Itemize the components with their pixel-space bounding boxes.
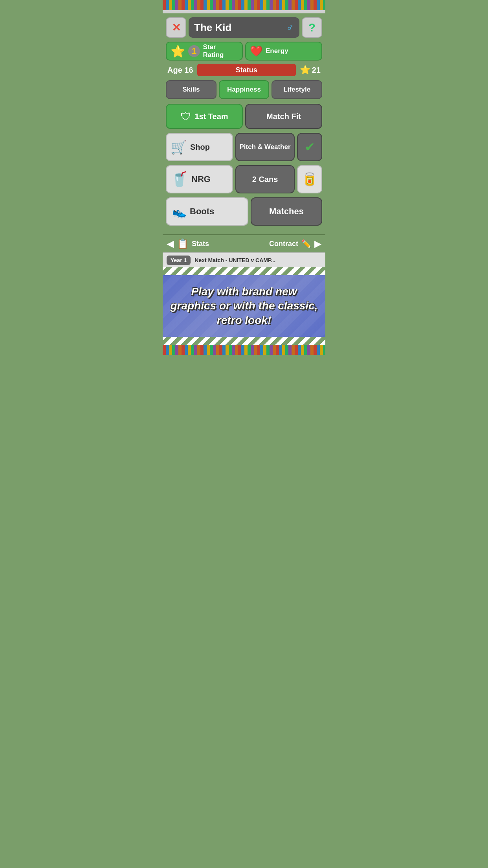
- promo-text: Play with brand new graphics or with the…: [169, 285, 319, 327]
- boots-icon: 👟: [172, 205, 187, 219]
- first-team-label: 1st Team: [194, 112, 228, 121]
- nav-left: ◀ 📋 Stats: [167, 238, 209, 249]
- star-icon: ⭐: [171, 44, 185, 58]
- age-label: Age 16: [167, 66, 193, 75]
- stripe-bottom: [163, 337, 325, 345]
- pitch-weather-label: Pitch & Weather: [239, 143, 290, 151]
- star-rating-badge: ⭐ 1 Star Rating: [166, 42, 243, 61]
- contract-label: Contract: [269, 240, 298, 248]
- crowd-bottom-banner: [163, 345, 325, 355]
- boots-label: Boots: [190, 206, 214, 217]
- tab-lifestyle-label: Lifestyle: [283, 86, 310, 94]
- coins-display: ⭐ 21: [300, 65, 321, 75]
- pitch-weather-button[interactable]: Pitch & Weather: [235, 133, 295, 161]
- cans-button[interactable]: 2 Cans: [235, 165, 295, 193]
- energy-badge: ❤️ Energy: [245, 42, 322, 61]
- energy-label: Energy: [266, 47, 288, 55]
- year-ticker: Year 1 Next Match - UNITED v CAMP...: [163, 252, 325, 267]
- coin-star-icon: ⭐: [300, 65, 310, 75]
- shield-icon: 🛡: [180, 110, 191, 123]
- close-button[interactable]: ✕: [166, 17, 186, 38]
- status-bar: Status: [197, 64, 296, 76]
- star-number: 1: [188, 45, 200, 57]
- crowd-top-banner: [163, 0, 325, 10]
- check-button[interactable]: ✔: [297, 133, 322, 161]
- tabs-row: Skills Happiness Lifestyle: [166, 80, 322, 99]
- tab-lifestyle[interactable]: Lifestyle: [272, 80, 322, 99]
- nrg-button[interactable]: 🥤 NRG: [166, 165, 233, 193]
- first-team-button[interactable]: 🛡 1st Team: [166, 104, 243, 129]
- match-fit-label: Match Fit: [266, 112, 301, 121]
- stats-label: Stats: [192, 240, 209, 248]
- tab-skills[interactable]: Skills: [166, 80, 216, 99]
- tab-happiness[interactable]: Happiness: [219, 80, 270, 99]
- shop-row: 🛒 Shop Pitch & Weather ✔: [166, 133, 322, 161]
- nrg-row: 🥤 NRG 2 Cans 🥫: [166, 165, 322, 193]
- close-icon: ✕: [172, 21, 181, 34]
- bottom-nav: ◀ 📋 Stats Contract ✏️ ▶: [163, 234, 325, 252]
- player-name: The Kid: [194, 22, 231, 34]
- team-row: 🛡 1st Team Match Fit: [166, 104, 322, 129]
- matches-button[interactable]: Matches: [251, 197, 322, 226]
- nrg-label: NRG: [191, 174, 211, 184]
- nav-right: Contract ✏️ ▶: [269, 238, 321, 249]
- boots-row: 👟 Boots Matches: [166, 197, 322, 226]
- header-row: ✕ The Kid ♂ ?: [166, 17, 322, 38]
- shop-label: Shop: [190, 143, 210, 152]
- ticker-text: Next Match - UNITED v CAMP...: [194, 257, 275, 263]
- can-icon: 🥫: [302, 172, 317, 187]
- cart-icon: 🛒: [171, 139, 187, 155]
- matches-label: Matches: [269, 206, 304, 217]
- nav-right-arrow[interactable]: ▶: [314, 238, 321, 249]
- cans-label: 2 Cans: [252, 175, 278, 184]
- checkmark-icon: ✔: [305, 140, 315, 154]
- age-status-row: Age 16 Status ⭐ 21: [166, 64, 322, 76]
- stats-icon: 📋: [177, 238, 189, 249]
- match-fit-button[interactable]: Match Fit: [245, 104, 322, 129]
- tab-happiness-label: Happiness: [227, 86, 261, 94]
- gender-icon: ♂: [286, 22, 294, 34]
- coins-value: 21: [312, 66, 321, 75]
- shop-button[interactable]: 🛒 Shop: [166, 133, 233, 161]
- question-icon: ?: [308, 21, 316, 34]
- status-text: Status: [236, 66, 257, 74]
- pencil-icon: ✏️: [301, 239, 311, 248]
- title-bar: The Kid ♂: [189, 17, 299, 38]
- nrg-icon: 🥤: [171, 171, 188, 188]
- top-divider: [163, 10, 325, 13]
- year-badge: Year 1: [167, 256, 191, 265]
- boots-button[interactable]: 👟 Boots: [166, 197, 248, 226]
- heart-icon: ❤️: [250, 45, 262, 57]
- stripe-top: [163, 267, 325, 275]
- nav-left-arrow[interactable]: ◀: [167, 238, 174, 249]
- tab-skills-label: Skills: [182, 86, 200, 94]
- can-image-button[interactable]: 🥫: [297, 165, 322, 193]
- stats-row: ⭐ 1 Star Rating ❤️ Energy: [166, 42, 322, 61]
- main-content: ✕ The Kid ♂ ? ⭐ 1 Star Rating ❤️ Energy …: [163, 13, 325, 234]
- star-label: Star Rating: [203, 43, 238, 59]
- promo-banner: Play with brand new graphics or with the…: [163, 275, 325, 337]
- help-button[interactable]: ?: [302, 17, 322, 38]
